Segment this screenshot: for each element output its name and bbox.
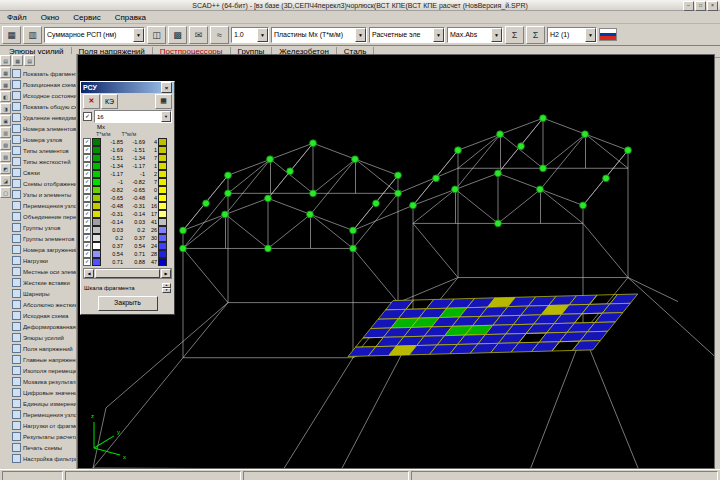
isofield-range-row[interactable]: ✓0.370.5424 [81, 242, 174, 250]
sidebar-item[interactable]: Результаты расчета [11, 431, 76, 442]
range-checkbox[interactable]: ✓ [83, 138, 91, 146]
sidebar-item[interactable]: Нагрузки от фрагмента [11, 420, 76, 431]
sidebar-pin-icon[interactable]: ▦ [12, 55, 23, 66]
scale-spinner[interactable]: ▲▼ [162, 283, 171, 292]
sidebar-item[interactable]: Перемещения узлов [11, 409, 76, 420]
model-node[interactable] [307, 211, 314, 218]
range-checkbox[interactable]: ✓ [83, 250, 91, 258]
model-node[interactable] [497, 131, 504, 138]
table-icon[interactable]: ▦ [155, 94, 172, 109]
range-checkbox[interactable]: ✓ [83, 194, 91, 202]
sidebar-item[interactable]: Деформированная схема [11, 321, 76, 332]
filter-rigid-icon[interactable]: ◪ [0, 175, 11, 186]
isofield-range-row[interactable]: ✓-0.65-0.484 [81, 194, 174, 202]
sidebar-item[interactable]: Жесткие вставки [11, 277, 76, 288]
slab-cell[interactable] [595, 313, 623, 323]
chevron-down-icon[interactable]: ▼ [161, 111, 171, 122]
sidebar-item[interactable]: Печать схемы [11, 442, 76, 453]
range-checkbox[interactable]: ✓ [83, 154, 91, 162]
isofield-range-row[interactable]: ✓-0.48-0.3116 [81, 202, 174, 210]
palette-close-button[interactable]: Закрыть [98, 296, 158, 311]
sidebar-item[interactable]: Изополя перемещений [11, 365, 76, 376]
model-node[interactable] [540, 115, 547, 122]
sidebar-item[interactable]: Показать фрагмент [11, 68, 76, 79]
sidebar-item[interactable]: Схемы отображения [11, 178, 76, 189]
sidebar-item[interactable]: Группы элементов [11, 233, 76, 244]
isofield-range-row[interactable]: ✓-0.31-0.1417 [81, 210, 174, 218]
model-node[interactable] [310, 140, 317, 147]
sidebar-item[interactable]: Нагрузки [11, 255, 76, 266]
isofield-range-row[interactable]: ✓-1.34-1.171 [81, 162, 174, 170]
close-icon[interactable]: × [161, 82, 172, 93]
sidebar-list-icon[interactable]: ▤ [24, 55, 35, 66]
filter-groups-icon[interactable]: ▨ [0, 151, 11, 162]
sidebar-item[interactable]: Номера загружений [11, 244, 76, 255]
show-isofields-checkbox[interactable]: ✓ [83, 112, 92, 121]
range-checkbox[interactable]: ✓ [83, 218, 91, 226]
palette-hscrollbar[interactable]: ◀ ▶ [83, 268, 172, 279]
range-checkbox[interactable]: ✓ [83, 162, 91, 170]
sum-icon[interactable]: Σ [526, 26, 545, 44]
isofield-range-row[interactable]: ✓-0.82-0.650 [81, 186, 174, 194]
model-node[interactable] [352, 156, 359, 163]
isofield-range-row[interactable]: ✓0.710.8847 [81, 258, 174, 266]
model-node[interactable] [433, 175, 440, 182]
sidebar-item[interactable]: Поля напряжений [11, 343, 76, 354]
force-mode-combo[interactable]: Суммарное РСП (нм)▼ [44, 27, 145, 43]
model-node[interactable] [395, 172, 402, 179]
menu-Справка[interactable]: Справка [108, 13, 153, 22]
range-checkbox[interactable]: ✓ [83, 178, 91, 186]
sum-down-icon[interactable]: Σ [505, 26, 524, 44]
isofield-range-row[interactable]: ✓0.540.7128 [81, 250, 174, 258]
model-node[interactable] [287, 168, 294, 175]
model-node[interactable] [267, 156, 274, 163]
chevron-down-icon[interactable]: ▼ [133, 28, 144, 42]
sidebar-item[interactable]: Типы жесткостей [11, 156, 76, 167]
envelope-icon[interactable]: ✉ [189, 26, 208, 44]
model-node[interactable] [395, 190, 402, 197]
sidebar-item[interactable]: Исходная схема [11, 310, 76, 321]
sidebar-item[interactable]: Удаление невидимых линий [11, 112, 76, 123]
model-node[interactable] [540, 165, 547, 172]
range-checkbox[interactable]: ✓ [83, 170, 91, 178]
menu-Окно[interactable]: Окно [34, 13, 67, 22]
model-node[interactable] [537, 186, 544, 193]
sidebar-item[interactable]: Номера узлов [11, 134, 76, 145]
isofield-range-row[interactable]: ✓-0.140.0341 [81, 218, 174, 226]
sidebar-item[interactable]: Цифровые значения [11, 387, 76, 398]
model-node[interactable] [180, 227, 187, 234]
model-node[interactable] [265, 245, 272, 252]
model-node[interactable] [452, 186, 459, 193]
sidebar-item[interactable]: Типы элементов [11, 145, 76, 156]
isofield-range-row[interactable]: ✓-1.51-1.347 [81, 154, 174, 162]
model-node[interactable] [350, 245, 357, 252]
plate-factor-combo[interactable]: Пластины Mx (Т*м/м)▼ [271, 27, 367, 43]
sidebar-item[interactable]: Номера элементов [11, 123, 76, 134]
filter-nodes-icon[interactable]: ▤ [0, 55, 11, 66]
sidebar-item[interactable]: Группы узлов [11, 222, 76, 233]
filter-ties-icon[interactable]: ◧ [0, 91, 11, 102]
filter-hinges-icon[interactable]: ◩ [0, 163, 11, 174]
model-node[interactable] [222, 211, 229, 218]
chevron-down-icon[interactable]: ▼ [433, 28, 444, 42]
isofields-icon[interactable]: ▩ [168, 26, 187, 44]
loadcase-combo[interactable]: H2 (1)▼ [547, 27, 597, 43]
filter-elements-icon[interactable]: ▦ [0, 67, 11, 78]
model-node[interactable] [495, 170, 502, 177]
scale-combo[interactable]: 1.0▼ [231, 27, 269, 43]
sidebar-item[interactable]: Исходное состояние [11, 90, 76, 101]
sidebar-item[interactable]: Эпюры усилий [11, 332, 76, 343]
menu-Сервис[interactable]: Сервис [66, 13, 107, 22]
sidebar-item[interactable]: Показать общую схему [11, 101, 76, 112]
model-node[interactable] [455, 147, 462, 154]
isofield-range-row[interactable]: ✓-1.69-1.511 [81, 146, 174, 154]
sidebar-item[interactable]: Местные оси элементов [11, 266, 76, 277]
scroll-right-icon[interactable]: ▶ [161, 269, 171, 278]
fragment-icon[interactable]: ▦ [2, 26, 21, 44]
slab-cell[interactable] [610, 294, 638, 304]
model-node[interactable] [265, 195, 272, 202]
element-info-icon[interactable]: КЭ [101, 94, 118, 109]
moments-diagram-icon[interactable]: ◫ [147, 26, 166, 44]
model-node[interactable] [495, 220, 502, 227]
model-node[interactable] [582, 131, 589, 138]
